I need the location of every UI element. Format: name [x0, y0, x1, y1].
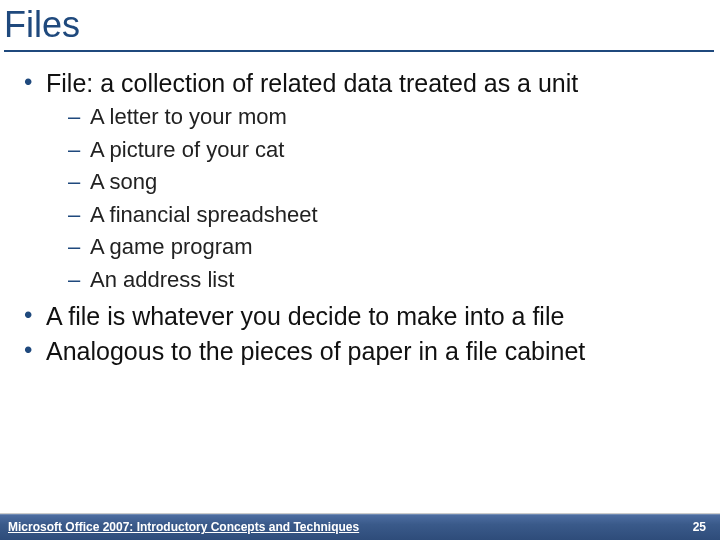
sub-bullet-item: An address list [68, 266, 700, 295]
bullet-item: A file is whatever you decide to make in… [20, 301, 700, 332]
bullet-text: File: a collection of related data treat… [46, 69, 578, 97]
bullet-list-level2: A letter to your mom A picture of your c… [46, 103, 700, 295]
sub-bullet-text: A picture of your cat [90, 137, 284, 162]
sub-bullet-text: A song [90, 169, 157, 194]
sub-bullet-item: A picture of your cat [68, 136, 700, 165]
footer-page-number: 25 [693, 520, 706, 534]
sub-bullet-item: A game program [68, 233, 700, 262]
bullet-item: File: a collection of related data treat… [20, 68, 700, 295]
slide-title: Files [4, 6, 714, 52]
sub-bullet-item: A letter to your mom [68, 103, 700, 132]
sub-bullet-item: A song [68, 168, 700, 197]
bullet-text: Analogous to the pieces of paper in a fi… [46, 337, 585, 365]
bullet-item: Analogous to the pieces of paper in a fi… [20, 336, 700, 367]
sub-bullet-text: A game program [90, 234, 253, 259]
slide-footer: Microsoft Office 2007: Introductory Conc… [0, 514, 720, 540]
sub-bullet-text: A letter to your mom [90, 104, 287, 129]
sub-bullet-text: An address list [90, 267, 234, 292]
title-area: Files [0, 0, 720, 52]
slide: Files File: a collection of related data… [0, 0, 720, 540]
footer-source-text: Microsoft Office 2007: Introductory Conc… [8, 520, 359, 534]
bullet-text: A file is whatever you decide to make in… [46, 302, 564, 330]
sub-bullet-text: A financial spreadsheet [90, 202, 318, 227]
bullet-list-level1: File: a collection of related data treat… [20, 68, 700, 367]
sub-bullet-item: A financial spreadsheet [68, 201, 700, 230]
slide-body: File: a collection of related data treat… [0, 52, 720, 514]
